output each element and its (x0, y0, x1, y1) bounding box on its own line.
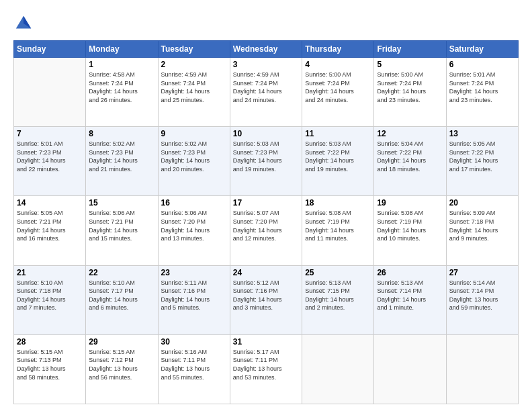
day-number: 11 (305, 129, 371, 138)
day-info: Sunrise: 5:13 AMSunset: 7:15 PMDaylight:… (305, 279, 371, 312)
day-cell (302, 334, 374, 404)
day-info: Sunrise: 5:13 AMSunset: 7:14 PMDaylight:… (377, 279, 443, 312)
day-info: Sunrise: 5:06 AMSunset: 7:21 PMDaylight:… (89, 209, 154, 242)
day-cell: 27Sunrise: 5:14 AMSunset: 7:14 PMDayligh… (446, 265, 518, 334)
day-number: 10 (233, 129, 299, 138)
day-info: Sunrise: 5:07 AMSunset: 7:20 PMDaylight:… (233, 209, 299, 242)
day-info: Sunrise: 5:04 AMSunset: 7:22 PMDaylight:… (377, 140, 443, 173)
day-number: 8 (89, 129, 154, 138)
day-number: 16 (161, 198, 227, 208)
day-info: Sunrise: 5:15 AMSunset: 7:12 PMDaylight:… (89, 348, 154, 381)
column-header-monday: Monday (86, 41, 158, 58)
week-row-1: 1Sunrise: 4:58 AMSunset: 7:24 PMDaylight… (14, 58, 519, 127)
week-row-5: 28Sunrise: 5:15 AMSunset: 7:13 PMDayligh… (14, 334, 519, 404)
day-info: Sunrise: 5:06 AMSunset: 7:20 PMDaylight:… (161, 209, 227, 242)
week-row-4: 21Sunrise: 5:10 AMSunset: 7:18 PMDayligh… (14, 265, 519, 334)
day-cell: 14Sunrise: 5:05 AMSunset: 7:21 PMDayligh… (14, 196, 86, 265)
day-number: 24 (233, 268, 299, 277)
column-header-sunday: Sunday (14, 41, 86, 58)
day-info: Sunrise: 5:00 AMSunset: 7:24 PMDaylight:… (305, 71, 371, 104)
day-cell (446, 334, 518, 404)
day-cell: 12Sunrise: 5:04 AMSunset: 7:22 PMDayligh… (374, 127, 446, 196)
day-cell: 29Sunrise: 5:15 AMSunset: 7:12 PMDayligh… (86, 334, 158, 404)
day-info: Sunrise: 5:08 AMSunset: 7:19 PMDaylight:… (305, 209, 371, 242)
day-cell: 13Sunrise: 5:05 AMSunset: 7:22 PMDayligh… (446, 127, 518, 196)
day-number: 1 (89, 60, 154, 69)
day-cell: 20Sunrise: 5:09 AMSunset: 7:18 PMDayligh… (446, 196, 518, 265)
day-number: 27 (449, 268, 515, 277)
day-info: Sunrise: 5:02 AMSunset: 7:23 PMDaylight:… (89, 140, 154, 173)
day-info: Sunrise: 5:11 AMSunset: 7:16 PMDaylight:… (161, 279, 227, 312)
day-number: 22 (89, 268, 154, 277)
day-cell: 4Sunrise: 5:00 AMSunset: 7:24 PMDaylight… (302, 58, 374, 127)
day-number: 31 (233, 337, 299, 347)
column-header-friday: Friday (374, 41, 446, 58)
day-number: 14 (17, 198, 83, 208)
day-number: 28 (17, 337, 83, 347)
day-cell: 2Sunrise: 4:59 AMSunset: 7:24 PMDaylight… (158, 58, 230, 127)
day-info: Sunrise: 5:00 AMSunset: 7:24 PMDaylight:… (377, 71, 443, 104)
day-number: 13 (449, 129, 515, 138)
day-info: Sunrise: 5:09 AMSunset: 7:18 PMDaylight:… (449, 209, 515, 242)
day-cell: 17Sunrise: 5:07 AMSunset: 7:20 PMDayligh… (230, 196, 302, 265)
day-number: 19 (377, 198, 443, 208)
day-info: Sunrise: 5:03 AMSunset: 7:23 PMDaylight:… (233, 140, 299, 173)
day-info: Sunrise: 5:15 AMSunset: 7:13 PMDaylight:… (17, 348, 83, 381)
day-cell: 3Sunrise: 4:59 AMSunset: 7:24 PMDaylight… (230, 58, 302, 127)
day-number: 21 (17, 268, 83, 277)
day-cell: 19Sunrise: 5:08 AMSunset: 7:19 PMDayligh… (374, 196, 446, 265)
day-cell: 22Sunrise: 5:10 AMSunset: 7:17 PMDayligh… (86, 265, 158, 334)
day-info: Sunrise: 5:14 AMSunset: 7:14 PMDaylight:… (449, 279, 515, 312)
page: SundayMondayTuesdayWednesdayThursdayFrid… (0, 0, 532, 411)
day-number: 12 (377, 129, 443, 138)
day-cell: 30Sunrise: 5:16 AMSunset: 7:11 PMDayligh… (158, 334, 230, 404)
day-cell: 9Sunrise: 5:02 AMSunset: 7:23 PMDaylight… (158, 127, 230, 196)
column-header-tuesday: Tuesday (158, 41, 230, 58)
day-number: 3 (233, 60, 299, 69)
day-info: Sunrise: 5:10 AMSunset: 7:17 PMDaylight:… (89, 279, 154, 312)
day-info: Sunrise: 4:59 AMSunset: 7:24 PMDaylight:… (161, 71, 227, 104)
day-number: 2 (161, 60, 227, 69)
day-number: 30 (161, 337, 227, 347)
day-number: 5 (377, 60, 443, 69)
day-cell: 26Sunrise: 5:13 AMSunset: 7:14 PMDayligh… (374, 265, 446, 334)
day-info: Sunrise: 5:16 AMSunset: 7:11 PMDaylight:… (161, 348, 227, 381)
logo-icon (13, 13, 34, 34)
week-row-2: 7Sunrise: 5:01 AMSunset: 7:23 PMDaylight… (14, 127, 519, 196)
day-cell: 24Sunrise: 5:12 AMSunset: 7:16 PMDayligh… (230, 265, 302, 334)
week-row-3: 14Sunrise: 5:05 AMSunset: 7:21 PMDayligh… (14, 196, 519, 265)
day-cell: 6Sunrise: 5:01 AMSunset: 7:24 PMDaylight… (446, 58, 518, 127)
day-number: 15 (89, 198, 154, 208)
day-cell: 7Sunrise: 5:01 AMSunset: 7:23 PMDaylight… (14, 127, 86, 196)
logo (13, 13, 36, 34)
day-number: 25 (305, 268, 371, 277)
day-info: Sunrise: 5:05 AMSunset: 7:22 PMDaylight:… (449, 140, 515, 173)
day-cell (374, 334, 446, 404)
day-number: 23 (161, 268, 227, 277)
day-cell: 8Sunrise: 5:02 AMSunset: 7:23 PMDaylight… (86, 127, 158, 196)
day-info: Sunrise: 5:01 AMSunset: 7:23 PMDaylight:… (17, 140, 83, 173)
day-cell: 18Sunrise: 5:08 AMSunset: 7:19 PMDayligh… (302, 196, 374, 265)
day-info: Sunrise: 5:12 AMSunset: 7:16 PMDaylight:… (233, 279, 299, 312)
day-cell: 28Sunrise: 5:15 AMSunset: 7:13 PMDayligh… (14, 334, 86, 404)
day-cell: 10Sunrise: 5:03 AMSunset: 7:23 PMDayligh… (230, 127, 302, 196)
day-info: Sunrise: 5:03 AMSunset: 7:22 PMDaylight:… (305, 140, 371, 173)
column-header-thursday: Thursday (302, 41, 374, 58)
day-cell: 11Sunrise: 5:03 AMSunset: 7:22 PMDayligh… (302, 127, 374, 196)
day-number: 29 (89, 337, 154, 347)
day-number: 18 (305, 198, 371, 208)
day-number: 17 (233, 198, 299, 208)
day-cell: 23Sunrise: 5:11 AMSunset: 7:16 PMDayligh… (158, 265, 230, 334)
day-cell: 15Sunrise: 5:06 AMSunset: 7:21 PMDayligh… (86, 196, 158, 265)
day-info: Sunrise: 5:02 AMSunset: 7:23 PMDaylight:… (161, 140, 227, 173)
column-header-wednesday: Wednesday (230, 41, 302, 58)
day-cell: 31Sunrise: 5:17 AMSunset: 7:11 PMDayligh… (230, 334, 302, 404)
day-number: 9 (161, 129, 227, 138)
day-cell (14, 58, 86, 127)
calendar: SundayMondayTuesdayWednesdayThursdayFrid… (13, 40, 519, 404)
day-number: 26 (377, 268, 443, 277)
day-info: Sunrise: 5:08 AMSunset: 7:19 PMDaylight:… (377, 209, 443, 242)
day-info: Sunrise: 4:59 AMSunset: 7:24 PMDaylight:… (233, 71, 299, 104)
day-cell: 21Sunrise: 5:10 AMSunset: 7:18 PMDayligh… (14, 265, 86, 334)
header-row: SundayMondayTuesdayWednesdayThursdayFrid… (14, 41, 519, 58)
